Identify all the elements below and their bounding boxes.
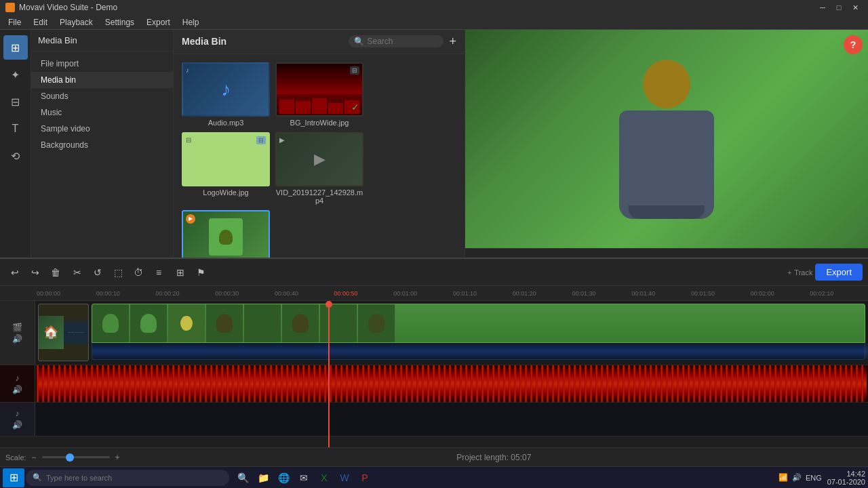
music-track-header: ♪ 🔊 [0, 365, 35, 402]
media-item-audio[interactable]: ♪ ♪ Audio.mp3 [182, 62, 270, 127]
media-thumb-bg-intro: ⊟ ✓ [275, 62, 363, 117]
ruler-label-0: 00:00:00 [35, 290, 95, 297]
media-item-label-audio: Audio.mp3 [208, 119, 244, 127]
app-icon [5, 3, 15, 12]
toolbar-group-history: ↩ ↪ 🗑 [5, 263, 65, 282]
ruler-label-2: 00:00:20 [154, 290, 214, 297]
color-button[interactable]: ≡ [149, 263, 168, 282]
menu-help[interactable]: Help [177, 16, 205, 28]
scale-plus-button[interactable]: + [115, 453, 120, 462]
sidebar-transitions-button[interactable]: ⊟ [3, 89, 28, 114]
taskbar-icon-excel[interactable]: X [315, 468, 334, 487]
add-track-button[interactable]: +Track [787, 268, 813, 277]
taskbar-icon-ppt[interactable]: P [355, 468, 374, 487]
tray-lang[interactable]: ENG [804, 472, 823, 483]
video-track-row: 🎬 🔊 🏠 ~~~~~ [0, 301, 868, 365]
timeline-toolbar: ↩ ↪ 🗑 ✂ ↺ ⬚ ⏱ ≡ ⊞ ⚑ +Track Export [0, 259, 868, 286]
delete-button[interactable]: 🗑 [46, 263, 65, 282]
empty-audio-row: ♪ 🔊 [0, 403, 868, 436]
taskbar: ⊞ 🔍 🔍 📁 🌐 ✉ X W P 📶 🔊 ENG [0, 466, 868, 488]
marker-button[interactable]: ⚑ [191, 263, 210, 282]
export-button[interactable]: Export [815, 264, 863, 281]
preview-section: ? ⏮ ▶ ⏭ 00:00:52 100 16:9▾ 🔊 ⛶ ⧉ [465, 30, 868, 281]
track-music-icon[interactable]: ♪ [16, 373, 20, 383]
search-box: 🔍 [349, 35, 443, 47]
nav-media-bin[interactable]: Media bin [31, 72, 173, 88]
scale-slider-track [42, 456, 110, 458]
nav-sounds[interactable]: Sounds [31, 88, 173, 104]
sidebar-effects-button[interactable]: ✦ [3, 62, 28, 87]
preview-greenscreen [465, 30, 868, 248]
track-empty-vol-icon[interactable]: 🔊 [12, 420, 22, 430]
audio-waveform: // generate waveform bars [92, 343, 865, 360]
video-clip-container: // generate waveform bars [92, 304, 865, 361]
taskbar-icon-word[interactable]: W [335, 468, 354, 487]
video-clip[interactable] [92, 304, 865, 343]
menu-settings[interactable]: Settings [100, 16, 140, 28]
clock-display: 14:42 07-01-2020 [827, 470, 865, 486]
ruler-label-4: 00:00:40 [273, 290, 333, 297]
preview-video: ? [465, 30, 868, 248]
media-bin-title: Media Bin [182, 36, 226, 47]
scale-minus-button[interactable]: − [32, 453, 37, 462]
media-item-label-vid1: VID_20191227_142928.mp4 [275, 188, 363, 205]
taskbar-icon-mail[interactable]: ✉ [294, 468, 313, 487]
all-tracks: 🎬 🔊 🏠 ~~~~~ [0, 301, 868, 447]
minimize-button[interactable]: ─ [815, 1, 830, 14]
track-video-sound-icon[interactable]: 🔊 [12, 334, 22, 344]
nav-sample-video[interactable]: Sample video [31, 121, 173, 137]
taskbar-search-input[interactable] [46, 474, 222, 482]
undo-button[interactable]: ↩ [5, 263, 24, 282]
nav-music[interactable]: Music [31, 104, 173, 121]
maximize-button[interactable]: □ [831, 1, 846, 14]
redo-button[interactable]: ↪ [26, 263, 45, 282]
add-media-button[interactable]: + [449, 35, 456, 49]
window-controls: ─ □ ✕ [815, 1, 863, 14]
track-empty-icon[interactable]: ♪ [16, 409, 20, 418]
media-bin: Media Bin 🔍 + ♪ ♪ Audio.mp3 [174, 30, 465, 281]
nav-backgrounds[interactable]: Backgrounds [31, 137, 173, 153]
sidebar-history-button[interactable]: ⟲ [3, 144, 28, 168]
ruler-pad [0, 286, 35, 300]
overlay-button[interactable]: ⊞ [171, 263, 190, 282]
ruler-label-13: 00:02:10 [808, 290, 868, 297]
sidebar-titles-button[interactable]: T [3, 117, 28, 141]
menu-playback[interactable]: Playback [54, 16, 98, 28]
video-thumbnail: 🏠 ~~~~~ [38, 304, 89, 361]
taskbar-icon-files[interactable]: 📁 [254, 468, 273, 487]
toolbar-group-edit: ✂ ↺ ⬚ ⏱ ≡ [68, 263, 168, 282]
close-button[interactable]: ✕ [848, 1, 863, 14]
speed-button[interactable]: ⏱ [129, 263, 148, 282]
start-button[interactable]: ⊞ [3, 468, 24, 487]
sidebar-media-button[interactable]: ⊞ [3, 35, 28, 60]
menu-export[interactable]: Export [141, 16, 176, 28]
track-music-vol-icon[interactable]: 🔊 [12, 385, 22, 394]
menu-edit[interactable]: Edit [28, 16, 53, 28]
app-title-group: Movavi Video Suite - Demo [5, 3, 117, 12]
media-thumb-vid1: ▶ ▶ [275, 132, 363, 186]
crop-button[interactable]: ⬚ [108, 263, 127, 282]
search-input[interactable] [367, 37, 435, 46]
media-item-label-logo: LogoWide.jpg [203, 188, 248, 197]
cut-button[interactable]: ✂ [68, 263, 87, 282]
taskbar-search-box[interactable]: 🔍 [26, 470, 229, 486]
taskbar-icon-browser[interactable]: 🌐 [274, 468, 293, 487]
media-bin-header: Media Bin 🔍 + [174, 30, 465, 54]
toolbar-group-add: +Track [787, 268, 813, 277]
media-grid: ♪ ♪ Audio.mp3 [174, 54, 465, 281]
media-item-logo[interactable]: ⊟ ⊟ LogoWide.jpg [182, 132, 270, 205]
media-panel: Media Bin File import Media bin Sounds M… [31, 30, 174, 281]
track-video-icon[interactable]: 🎬 [12, 323, 22, 332]
tray-icon-volume[interactable]: 🔊 [791, 472, 803, 483]
media-item-vid1[interactable]: ▶ ▶ VID_20191227_142928.mp4 [275, 132, 363, 205]
ruler-label-1: 00:00:10 [95, 290, 155, 297]
scale-slider-thumb[interactable] [66, 453, 74, 462]
tray-icon-network[interactable]: 📶 [777, 472, 789, 483]
rotate-button[interactable]: ↺ [88, 263, 107, 282]
help-button[interactable]: ? [844, 35, 863, 54]
menu-file[interactable]: File [3, 16, 26, 28]
music-track-content [35, 365, 868, 402]
media-item-bg-intro[interactable]: ⊟ ✓ BG_IntroWide.jpg [275, 62, 363, 127]
taskbar-icon-1[interactable]: 🔍 [233, 468, 252, 487]
nav-file-import[interactable]: File import [31, 56, 173, 72]
